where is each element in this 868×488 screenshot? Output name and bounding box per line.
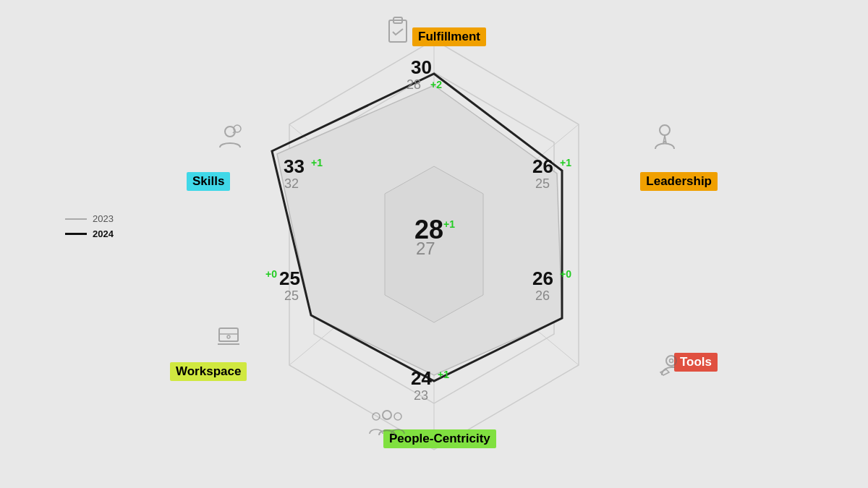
svg-point-26 bbox=[383, 411, 391, 419]
leadership-label: Leadership bbox=[640, 172, 718, 191]
leadership-icon bbox=[650, 121, 680, 155]
svg-point-22 bbox=[227, 335, 230, 338]
people-val-2023: 23 bbox=[414, 388, 428, 403]
skills-val-2024: 33 bbox=[284, 155, 305, 178]
fulfillment-icon bbox=[383, 16, 412, 48]
legend-2024-label: 2024 bbox=[93, 228, 114, 239]
tools-change: +0 bbox=[560, 268, 571, 280]
people-icon bbox=[369, 408, 405, 441]
leadership-change: +1 bbox=[560, 157, 571, 168]
legend-2024-line bbox=[65, 233, 87, 235]
legend-2023: 2023 bbox=[65, 213, 114, 224]
skills-change: +1 bbox=[311, 157, 323, 168]
svg-rect-19 bbox=[219, 328, 238, 341]
leadership-val-2023: 25 bbox=[535, 176, 550, 192]
center-val-2023: 27 bbox=[416, 239, 435, 259]
svg-point-24 bbox=[670, 359, 673, 363]
tools-val-2023: 26 bbox=[535, 288, 550, 304]
workspace-change: +0 bbox=[265, 268, 277, 280]
center-change: +1 bbox=[443, 218, 455, 230]
workspace-icon bbox=[213, 321, 244, 354]
legend-2024: 2024 bbox=[65, 228, 114, 239]
tools-val-2024: 26 bbox=[532, 267, 553, 290]
workspace-val-2023: 25 bbox=[284, 288, 299, 304]
legend-2023-label: 2023 bbox=[93, 213, 114, 224]
skills-val-2023: 32 bbox=[284, 176, 299, 192]
workspace-val-2024: 25 bbox=[279, 267, 300, 290]
skills-label: Skills bbox=[187, 172, 230, 191]
legend: 2023 2024 bbox=[65, 213, 114, 244]
svg-point-27 bbox=[394, 413, 401, 420]
svg-point-25 bbox=[373, 413, 380, 420]
people-val-2024: 24 bbox=[411, 367, 432, 390]
skills-icon bbox=[216, 121, 246, 155]
people-change: +1 bbox=[438, 369, 449, 380]
svg-point-14 bbox=[660, 125, 670, 135]
legend-2023-line bbox=[65, 218, 87, 220]
fulfillment-change: +2 bbox=[430, 79, 442, 90]
leadership-val-2024: 26 bbox=[532, 155, 553, 178]
fulfillment-label: Fulfillment bbox=[412, 27, 486, 46]
tools-icon bbox=[653, 350, 684, 383]
fulfillment-val-2024: 30 bbox=[411, 56, 432, 79]
fulfillment-val-2023: 28 bbox=[407, 77, 421, 93]
svg-point-23 bbox=[666, 356, 676, 366]
chart-container: .hex-path-outer { fill: none; stroke: #c… bbox=[0, 0, 868, 488]
workspace-label: Workspace bbox=[170, 362, 247, 381]
